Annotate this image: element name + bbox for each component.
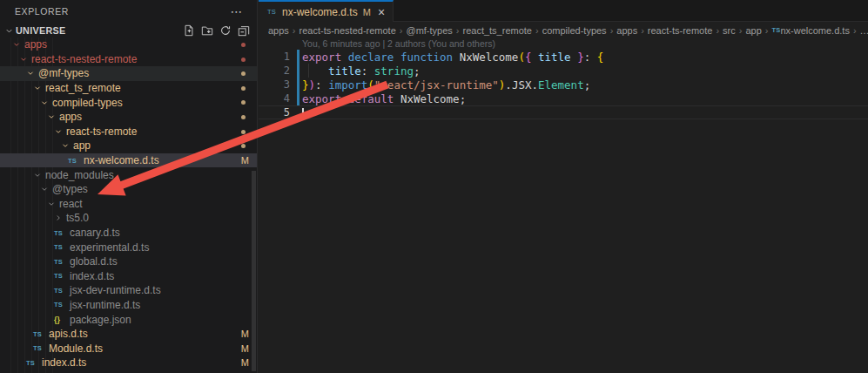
tab-git-modified-badge: M: [363, 7, 371, 17]
breadcrumb-item-react-ts-remote[interactable]: react-ts-remote: [648, 25, 713, 36]
new-folder-icon[interactable]: [201, 24, 213, 37]
tree-item-index-d-ts[interactable]: TSindex.d.tsM: [0, 356, 257, 370]
tree-item-label: apis.d.ts: [49, 328, 88, 340]
tree-item-index-d-ts[interactable]: TSindex.d.ts: [0, 269, 257, 284]
breadcrumb: apps›react-ts-nested-remote›@mf-types›re…: [259, 22, 868, 38]
chevron-down-icon: [40, 185, 50, 193]
chevron-down-icon: [33, 171, 44, 180]
tree-item-label: compiled-types: [52, 97, 123, 109]
gutter-modified-indicator: [297, 92, 299, 105]
code-line-3[interactable]: 3}): import("react/jsx-runtime").JSX.Ele…: [259, 78, 868, 92]
git-status-dot: [241, 100, 246, 105]
tree-item-apis-d-ts[interactable]: TSapis.d.tsM: [0, 327, 257, 342]
explorer-more-actions-icon[interactable]: ⋯: [230, 7, 243, 16]
gutter-modified-indicator: [297, 50, 299, 64]
tree-item-label: jsx-dev-runtime.d.ts: [70, 284, 161, 296]
git-status-dot: [241, 115, 246, 119]
line-number: 1: [259, 51, 290, 63]
line-number: 2: [259, 64, 290, 77]
section-header-universe[interactable]: UNIVERSE: [0, 23, 257, 38]
typescript-file-icon: TS: [33, 330, 47, 338]
breadcrumb-separator-icon: ›: [400, 25, 403, 36]
code-line-2[interactable]: 2 title: string;: [259, 64, 868, 78]
tree-item-label: node_modules: [45, 169, 114, 181]
code-line-4[interactable]: 4export default NxWelcome;: [259, 92, 868, 105]
tree-item-label: Module.d.ts: [49, 342, 103, 355]
gutter-modified-indicator: [297, 78, 299, 92]
tree-item-jsx-dev-runtime-d-ts[interactable]: TSjsx-dev-runtime.d.ts: [0, 283, 257, 298]
refresh-icon[interactable]: [219, 24, 232, 37]
tree-item-label: experimental.d.ts: [70, 241, 149, 254]
tree-item-global-d-ts[interactable]: TSglobal.d.ts: [0, 254, 257, 269]
tree-item-package-json[interactable]: {}package.json: [0, 312, 257, 327]
chevron-down-icon: [19, 55, 30, 64]
tree-item-label: package.json: [70, 314, 131, 326]
tree-item-compiled-types[interactable]: compiled-types: [0, 95, 257, 110]
tree-item-jsx-runtime-d-ts[interactable]: TSjsx-runtime.d.ts: [0, 298, 257, 313]
breadcrumb-item-app[interactable]: app: [745, 25, 761, 36]
chevron-down-icon: [47, 200, 57, 208]
git-status-dot: [241, 58, 246, 62]
collapse-all-icon[interactable]: [238, 24, 250, 37]
typescript-file-icon: TS: [267, 8, 282, 16]
git-modified-badge: M: [241, 329, 249, 339]
tree-item-react-ts-nested-remote[interactable]: react-ts-nested-remote: [0, 52, 257, 67]
breadcrumb-item-apps[interactable]: apps: [616, 25, 637, 36]
tree-item-label: index.d.ts: [42, 356, 86, 369]
chevron-down-icon: [33, 84, 44, 92]
chevron-down-icon: [26, 69, 37, 78]
tree-item-react-ts-remote[interactable]: react_ts_remote: [0, 81, 257, 96]
tree-item-react[interactable]: react: [0, 197, 257, 212]
breadcrumb-item-react-ts-nested-remote[interactable]: react-ts-nested-remote: [299, 25, 396, 36]
tab-close-icon[interactable]: ×: [378, 8, 385, 17]
code-line-5[interactable]: 5: [259, 105, 868, 119]
git-status-dot: [241, 71, 246, 76]
tree-item-node-modules[interactable]: node_modules: [0, 167, 257, 182]
tab-nx-welcome[interactable]: TS nx-welcome.d.ts M ×: [259, 0, 394, 22]
new-file-icon[interactable]: [183, 24, 195, 37]
tree-item-label: react_ts_remote: [45, 82, 121, 94]
typescript-file-icon: TS: [26, 359, 40, 367]
tree-item-react-ts-remote[interactable]: react-ts-remote: [0, 125, 257, 139]
explorer-sidebar: EXPLORER ⋯ UNIVERSE: [0, 0, 258, 373]
editor-group: TS nx-welcome.d.ts M × apps›react-ts-nes…: [259, 0, 868, 373]
tree-item-label: jsx-runtime.d.ts: [70, 299, 140, 311]
text-cursor: [302, 108, 304, 119]
tree-item-mf-types[interactable]: @mf-types: [0, 66, 257, 81]
tree-item-types[interactable]: @types: [0, 182, 257, 197]
sidebar-scrollbar[interactable]: [252, 171, 256, 371]
breadcrumb-separator-icon: ›: [765, 25, 769, 36]
tree-item-apps[interactable]: apps: [0, 110, 257, 125]
breadcrumb-item-nx-welcome-d-ts[interactable]: nx-welcome.d.ts: [780, 25, 849, 36]
tree-item-label: nx-welcome.d.ts: [84, 154, 159, 166]
breadcrumb-item-src[interactable]: src: [723, 25, 736, 36]
tree-item-ts5-0[interactable]: ts5.0: [0, 211, 257, 226]
explorer-actions: [183, 24, 250, 37]
git-status-dot: [241, 144, 246, 148]
section-title: UNIVERSE: [16, 25, 183, 36]
git-blame-annotation: You, 6 minutes ago | 2 authors (You and …: [302, 38, 495, 49]
tree-item-module-d-ts[interactable]: TSModule.d.tsM: [0, 341, 257, 356]
breadcrumb-item-react-ts-remote[interactable]: react_ts_remote: [462, 25, 531, 36]
breadcrumb-separator-icon: ›: [293, 25, 296, 36]
tree-item-label: app: [73, 139, 91, 152]
breadcrumb-separator-icon: ›: [641, 25, 644, 36]
typescript-file-icon: TS: [33, 344, 47, 352]
json-file-icon: {}: [54, 315, 68, 324]
breadcrumb-separator-icon: ›: [739, 25, 743, 36]
tree-item-label: react: [59, 198, 83, 210]
explorer-header: EXPLORER ⋯: [0, 0, 257, 23]
tree-item-nx-welcome-d-ts[interactable]: TSnx-welcome.d.tsM: [0, 153, 257, 168]
chevron-down-icon: [47, 112, 57, 121]
git-status-dot: [241, 130, 246, 134]
tree-item-apps[interactable]: apps: [0, 37, 257, 52]
breadcrumb-item-mf-types[interactable]: @mf-types: [406, 25, 452, 36]
code-line-1[interactable]: 1export declare function NxWelcome({ tit…: [259, 50, 868, 64]
breadcrumb-item-apps[interactable]: apps: [268, 25, 289, 36]
chevron-down-icon: [61, 141, 71, 150]
breadcrumb-overflow[interactable]: …: [860, 25, 868, 36]
breadcrumb-item-compiled-types[interactable]: compiled-types: [542, 25, 607, 36]
tree-item-canary-d-ts[interactable]: TScanary.d.ts: [0, 226, 257, 241]
tree-item-app[interactable]: app: [0, 139, 257, 153]
tree-item-experimental-d-ts[interactable]: TSexperimental.d.ts: [0, 240, 257, 254]
